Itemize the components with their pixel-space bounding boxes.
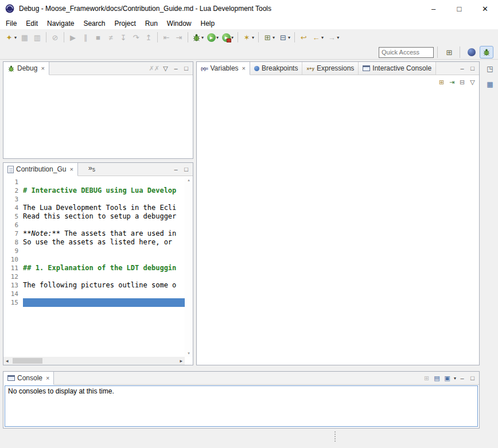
back-button[interactable]: ←▾: [310, 31, 325, 44]
tab-breakpoints[interactable]: Breakpoints: [250, 62, 302, 75]
ldt-perspective-button[interactable]: [465, 46, 478, 59]
quick-access-input[interactable]: [379, 47, 434, 58]
maximize-view-icon[interactable]: □: [182, 165, 190, 174]
navigate-import-icon[interactable]: ⇥: [448, 77, 456, 87]
drop-to-frame-button[interactable]: ⇤: [161, 31, 172, 44]
save-button[interactable]: ▦: [19, 31, 30, 44]
close-tab-icon[interactable]: ×: [46, 375, 49, 381]
hidden-editors-chooser[interactable]: » 5: [88, 163, 95, 176]
debug-perspective-button[interactable]: [480, 46, 493, 59]
external-tools-dropdown-icon[interactable]: ▾: [231, 35, 234, 40]
step-over-button[interactable]: ↷: [130, 31, 142, 44]
close-tab-icon[interactable]: ×: [69, 166, 73, 173]
collapse-all-icon[interactable]: ⊟: [458, 77, 466, 87]
menu-navigate[interactable]: Navigate: [42, 18, 79, 29]
save-all-button[interactable]: ▥: [32, 31, 43, 44]
run-button[interactable]: ▶▾: [206, 31, 220, 44]
menu-search[interactable]: Search: [79, 18, 110, 29]
editor-line-1[interactable]: 1: [3, 178, 185, 186]
close-tab-icon[interactable]: ×: [242, 65, 246, 72]
menu-edit[interactable]: Edit: [21, 18, 42, 29]
minimize-button[interactable]: –: [421, 0, 446, 17]
scroll-up-arrow-icon[interactable]: ▴: [185, 178, 193, 182]
back-dropdown-icon[interactable]: ▾: [321, 35, 324, 40]
editor-line-12[interactable]: 12: [3, 272, 185, 281]
debug-button[interactable]: ▾: [191, 31, 205, 44]
editor-line-8[interactable]: 8So use the assets as listed here, or: [3, 238, 185, 247]
scroll-left-arrow-icon[interactable]: ◂: [6, 358, 9, 364]
minimize-view-icon[interactable]: –: [172, 64, 180, 73]
editor-body[interactable]: 12# Interactive DEBUG using Lua Develop3…: [3, 177, 193, 365]
new-lua-element-button[interactable]: ⊞▾: [262, 31, 276, 44]
restore-views-icon[interactable]: ◳: [485, 64, 495, 74]
tab-debug-view[interactable]: Debug ×: [3, 62, 49, 75]
editor-line-9[interactable]: 9: [3, 247, 185, 255]
editor-line-3[interactable]: 3: [3, 195, 185, 204]
resume-button[interactable]: ▶: [67, 31, 79, 44]
remove-all-terminated-icon[interactable]: ✗✗: [149, 64, 159, 73]
last-edit-location-button[interactable]: ↩: [298, 31, 309, 44]
tab-interactive-console[interactable]: Interactive Console: [359, 62, 436, 75]
editor-line-13[interactable]: 13The following pictures outline some o: [3, 281, 185, 290]
open-perspective-button[interactable]: ⊞: [442, 46, 456, 59]
show-logical-structure-icon[interactable]: ⊞: [437, 77, 446, 87]
step-into-button[interactable]: ↧: [118, 31, 129, 44]
tab-expressions[interactable]: x+y Expressions: [302, 62, 359, 75]
editor-line-5[interactable]: 5Read this section to setup a debugger: [3, 212, 185, 221]
minimize-view-icon[interactable]: –: [172, 165, 180, 174]
vertical-scrollbar[interactable]: ▴ ▾: [185, 177, 193, 357]
menu-run[interactable]: Run: [141, 18, 162, 29]
skip-all-breakpoints-button[interactable]: ⊘: [49, 31, 61, 44]
tab-variables[interactable]: (x)= Variables ×: [197, 62, 250, 75]
disconnect-button[interactable]: ≠: [105, 31, 116, 44]
new-lua-element-dropdown-icon[interactable]: ▾: [273, 35, 275, 40]
step-return-button[interactable]: ↥: [143, 31, 154, 44]
open-wizard-dropdown-icon[interactable]: ▾: [252, 35, 254, 40]
minimize-view-icon[interactable]: –: [458, 373, 466, 383]
outline-view-icon[interactable]: ▦: [485, 79, 495, 89]
minimize-view-icon[interactable]: –: [458, 64, 466, 73]
horizontal-scrollbar[interactable]: ◂ ▸: [3, 357, 185, 365]
view-menu-icon[interactable]: ▽: [161, 64, 170, 73]
scroll-right-arrow-icon[interactable]: ▸: [180, 358, 182, 364]
forward-button[interactable]: →▾: [326, 31, 340, 44]
editor-line-14[interactable]: 14: [3, 290, 185, 298]
menu-window[interactable]: Window: [162, 18, 196, 29]
external-tools-button[interactable]: ▶▾: [221, 31, 235, 44]
editor-line-6[interactable]: 6: [3, 221, 185, 229]
editor-line-15[interactable]: 15: [3, 298, 185, 307]
close-button[interactable]: ✕: [472, 0, 498, 17]
new-console-view-icon-dropdown[interactable]: ▾: [454, 376, 456, 381]
maximize-view-icon[interactable]: □: [468, 64, 477, 73]
maximize-view-icon[interactable]: □: [468, 373, 477, 383]
open-wizard-button[interactable]: ✶▾: [241, 31, 255, 44]
sash-grip-handle[interactable]: [333, 431, 337, 442]
editor-line-4[interactable]: 4The Lua Development Tools in the Ecli: [3, 204, 185, 212]
tab-console[interactable]: Console ×: [3, 372, 54, 385]
scroll-down-arrow-icon[interactable]: ▾: [185, 351, 193, 356]
tab-contribution-guide[interactable]: Contribution_Gu ×: [3, 163, 78, 176]
use-step-filters-button[interactable]: ⇥: [173, 31, 185, 44]
suspend-button[interactable]: ∥: [80, 31, 91, 44]
forward-dropdown-icon[interactable]: ▾: [337, 35, 339, 40]
open-element-dropdown-icon[interactable]: ▾: [288, 35, 290, 40]
new-wizard-dropdown-icon[interactable]: ▾: [14, 35, 17, 40]
editor-line-2[interactable]: 2# Interactive DEBUG using Lua Develop: [3, 186, 185, 195]
menu-project[interactable]: Project: [110, 18, 140, 29]
display-console-icon[interactable]: ▤: [433, 373, 441, 383]
debug-dropdown-icon[interactable]: ▾: [201, 35, 204, 40]
open-element-button[interactable]: ⊟▾: [277, 31, 291, 44]
menu-file[interactable]: File: [1, 18, 21, 29]
new-console-view-icon[interactable]: ▣: [443, 373, 452, 383]
run-dropdown-icon[interactable]: ▾: [216, 35, 219, 40]
menu-help[interactable]: Help: [196, 18, 220, 29]
editor-line-11[interactable]: 11## 1. Explanation of the LDT debuggin: [3, 264, 185, 272]
terminate-button[interactable]: ■: [92, 31, 104, 44]
code-area[interactable]: 12# Interactive DEBUG using Lua Develop3…: [3, 178, 185, 307]
maximize-button[interactable]: □: [446, 0, 472, 17]
new-wizard-button[interactable]: ✦▾: [3, 31, 18, 44]
scrollbar-thumb[interactable]: [13, 358, 42, 364]
editor-line-7[interactable]: 7**Note:** The assets that are used in: [3, 229, 185, 238]
editor-line-10[interactable]: 10: [3, 255, 185, 264]
open-console-icon[interactable]: ⊞: [422, 373, 431, 383]
